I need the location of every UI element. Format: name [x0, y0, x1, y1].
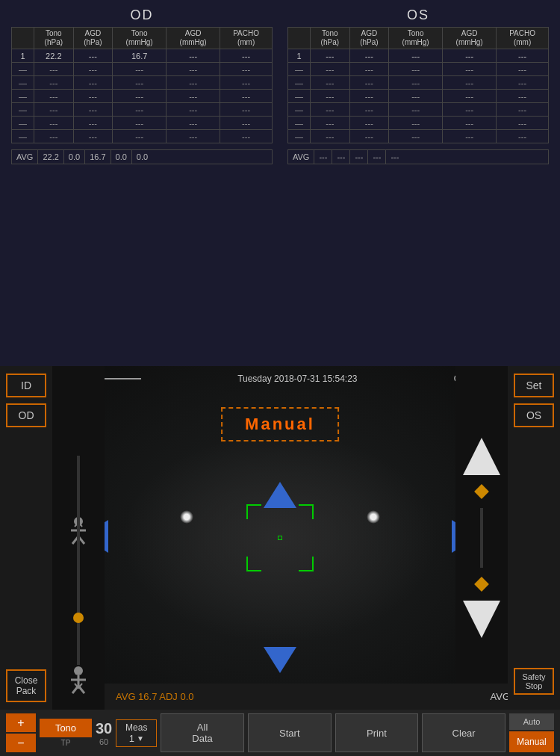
- svg-point-5: [74, 666, 83, 675]
- od-row1-tono-hpa: 22.2: [34, 49, 74, 63]
- os-avg-label: AVG: [288, 150, 314, 164]
- od-row1-pacho: ---: [220, 49, 273, 63]
- os-row-2: —---------------: [288, 63, 549, 76]
- avg-text-right: AVG -- ADJ --: [491, 691, 508, 702]
- reticle-center: [278, 536, 282, 540]
- slider-thumb-left[interactable]: [73, 613, 84, 623]
- right-slider-down[interactable]: [463, 601, 500, 638]
- od-section: OD Tono(hPa) AGD(hPa) Tono(mmHg) AGD(mmH…: [11, 7, 273, 164]
- os-row-1: 1 --- --- --- --- ---: [288, 49, 549, 63]
- od-avg-row: AVG 22.2 0.0 16.7 0.0 0.0: [11, 149, 273, 164]
- os-row1-agd-mmhg: ---: [443, 49, 497, 63]
- od-row-7: —---------------: [12, 130, 273, 143]
- od-col-tono-hpa: Tono(hPa): [34, 28, 74, 49]
- od-row1-num: 1: [12, 49, 34, 63]
- od-row-3: —---------------: [12, 76, 273, 90]
- reticle-br: [299, 557, 314, 571]
- safety-stop-button[interactable]: Safety Stop: [514, 668, 554, 695]
- clear-button[interactable]: Clear: [422, 713, 505, 752]
- avg-text-left: AVG 16.7 ADJ 0.0: [116, 691, 194, 702]
- os-row1-tono-mmhg: ---: [389, 49, 443, 63]
- eye-glow-left: [180, 510, 193, 524]
- os-button[interactable]: OS: [514, 403, 554, 427]
- plus-button[interactable]: +: [6, 713, 36, 732]
- auto-button[interactable]: Auto: [509, 713, 554, 730]
- tp-label: TP: [61, 739, 71, 747]
- os-avg-agd-mmhg: ---: [368, 150, 386, 164]
- arrow-down-button[interactable]: [264, 647, 296, 676]
- right-buttons-panel: Set OS Safety Stop: [508, 366, 560, 710]
- slider-track-left: [77, 456, 80, 665]
- os-row-5: —---------------: [288, 103, 549, 117]
- right-slider-track: [480, 508, 483, 568]
- reticle-tl: [246, 504, 261, 519]
- manual-label: Manual: [245, 415, 315, 433]
- set-button[interactable]: Set: [514, 374, 554, 397]
- all-data-label: AllData: [192, 722, 212, 744]
- os-row-7: —---------------: [288, 130, 549, 143]
- od-row1-agd-mmhg: ---: [167, 49, 220, 63]
- reticle-bl: [246, 557, 261, 571]
- camera-top-bar: Tuesday 2018-07-31 15:54:23 Operator: [52, 370, 508, 388]
- auto-manual-group: Auto Manual: [509, 713, 554, 752]
- od-avg-agd-hpa: 0.0: [64, 150, 85, 164]
- os-row1-tono-hpa: ---: [311, 49, 350, 63]
- od-col-agd-mmhg: AGD(mmHg): [167, 28, 220, 49]
- od-avg-agd-mmhg: 0.0: [111, 150, 132, 164]
- os-row-3: —---------------: [288, 76, 549, 90]
- od-avg-pacho: 0.0: [132, 150, 152, 164]
- meas-value: 1: [129, 733, 134, 744]
- os-col-tono-hpa: Tono(hPa): [311, 28, 350, 49]
- od-title: OD: [11, 7, 273, 23]
- od-row1-agd-hpa: ---: [73, 49, 113, 63]
- od-avg-label: AVG: [12, 150, 38, 164]
- start-button[interactable]: Start: [248, 713, 332, 752]
- od-row-1: 1 22.2 --- 16.7 --- ---: [12, 49, 273, 63]
- avg-bar: AVG 16.7 ADJ 0.0 AVG -- ADJ --: [105, 684, 508, 710]
- left-buttons-panel: ID OD Close Pack: [0, 366, 52, 710]
- os-col-tono-mmhg: Tono(mmHg): [389, 28, 443, 49]
- reticle-tr: [299, 504, 314, 519]
- num-60-display: 60: [99, 737, 108, 746]
- bottom-toolbar: + − Tono TP 30 60 Meas 1 ▼ AllData Start: [0, 710, 560, 756]
- os-col-agd-mmhg: AGD(mmHg): [443, 28, 497, 49]
- datetime-display: Tuesday 2018-07-31 15:54:23: [141, 374, 454, 384]
- od-col-pacho: PACHO(mm): [220, 28, 273, 49]
- os-row1-pacho: ---: [497, 49, 549, 63]
- right-slider-up[interactable]: [463, 438, 500, 475]
- manual-button[interactable]: Manual: [509, 731, 554, 752]
- od-button[interactable]: OD: [6, 403, 46, 427]
- manual-mode-box: Manual: [221, 407, 339, 441]
- od-avg-tono-hpa: 22.2: [38, 150, 63, 164]
- camera-view: Tuesday 2018-07-31 15:54:23 Operator Man…: [52, 366, 508, 710]
- num-30-display: 30: [96, 720, 112, 737]
- os-row-4: —---------------: [288, 90, 549, 103]
- od-col-tono-mmhg: Tono(mmHg): [113, 28, 167, 49]
- od-col-agd-hpa: AGD(hPa): [73, 28, 113, 49]
- os-section: OS Tono(hPa) AGD(hPa) Tono(mmHg) AGD(mmH…: [287, 7, 549, 164]
- left-slider-panel: [52, 366, 105, 710]
- close-pack-button[interactable]: Close Pack: [6, 669, 46, 702]
- os-row-6: —---------------: [288, 117, 549, 130]
- print-button[interactable]: Print: [335, 713, 419, 752]
- number-display-group: 30 60: [96, 720, 112, 746]
- diamond-lower: [474, 577, 489, 592]
- top-panel: OD Tono(hPa) AGD(hPa) Tono(mmHg) AGD(mmH…: [0, 0, 560, 366]
- os-avg-tono-mmhg: ---: [350, 150, 368, 164]
- tono-button[interactable]: Tono: [40, 719, 92, 737]
- od-row-6: —---------------: [12, 117, 273, 130]
- id-button[interactable]: ID: [6, 374, 46, 397]
- minus-button[interactable]: −: [6, 734, 36, 752]
- od-avg-tono-mmhg: 16.7: [85, 150, 111, 164]
- all-data-button[interactable]: AllData: [161, 713, 244, 752]
- os-avg-agd-hpa: ---: [332, 150, 350, 164]
- meas-select[interactable]: 1 ▼: [129, 733, 144, 744]
- os-row1-num: 1: [288, 49, 311, 63]
- right-slider-panel: [455, 366, 508, 710]
- person-down-icon[interactable]: [63, 665, 93, 695]
- od-col-num: [12, 28, 34, 49]
- os-avg-row: AVG --- --- --- --- ---: [287, 149, 549, 164]
- od-row-2: —---------------: [12, 63, 273, 76]
- reticle: [246, 504, 314, 571]
- bottom-panel: ID OD Close Pack Set OS Safety Stop Tues…: [0, 366, 560, 756]
